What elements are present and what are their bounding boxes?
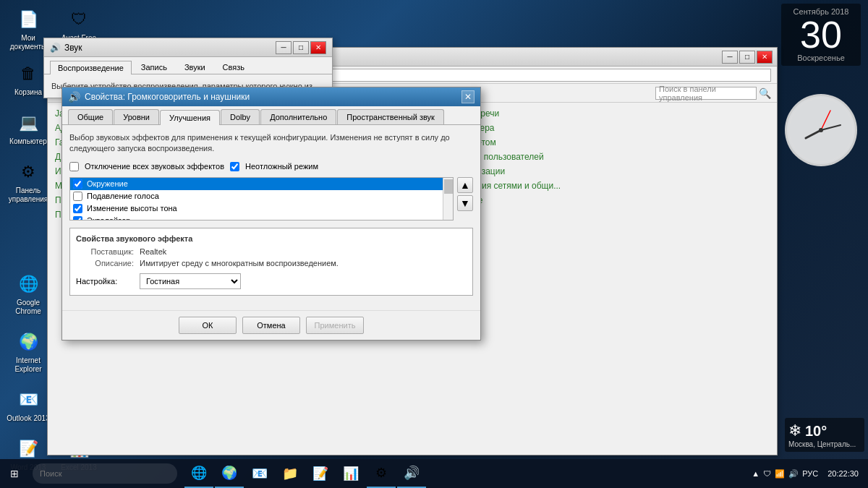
effect-check-0[interactable]: [73, 179, 82, 189]
description-value: Имитирует среду с многократным воспроизв…: [140, 259, 339, 267]
props-tab-levels[interactable]: Уровни: [114, 109, 159, 124]
effects-scroll-down-btn[interactable]: ▼: [457, 195, 473, 211]
ok-button[interactable]: ОК: [179, 317, 237, 334]
sound-close-btn[interactable]: ✕: [310, 41, 326, 54]
desktop-icon-control[interactable]: ⚙ Панель управления: [4, 156, 53, 207]
effect-item-3[interactable]: Эквалайзер: [70, 215, 443, 221]
tray-network-icon: 📶: [775, 469, 785, 479]
props-title-text: Свойства: Громкоговоритель и наушники: [85, 92, 250, 102]
taskbar-tray: ▲ 🛡 📶 🔊 РУС 20:22:30: [752, 469, 868, 479]
cp-search-icon[interactable]: 🔍: [759, 87, 771, 99]
chrome-label: Google Chrome: [7, 299, 50, 316]
my-docs-icon: 📄: [15, 7, 41, 33]
props-tab-dolby[interactable]: Dolby: [221, 109, 260, 124]
calendar-widget: Сентябрь 2018 30 Воскресенье: [781, 4, 861, 66]
apply-button[interactable]: Применить: [306, 317, 364, 334]
taskbar-app-excel[interactable]: 📊: [336, 459, 365, 488]
sound-dialog-title: Звук: [64, 43, 82, 53]
sound-tab-playback[interactable]: Воспроизведение: [50, 61, 132, 74]
effect-check-3[interactable]: [73, 216, 82, 221]
effect-label-0: Окружение: [87, 179, 128, 188]
props-tab-enhancements[interactable]: Улучшения: [160, 110, 220, 125]
sound-dialog-titlebar: 🔊 Звук ─ □ ✕: [44, 38, 332, 57]
effect-item-0[interactable]: Окружение: [70, 178, 443, 190]
taskbar-explorer-icon: 📁: [282, 466, 298, 481]
sound-minimize-btn[interactable]: ─: [276, 41, 292, 54]
taskbar-app-word[interactable]: 📝: [306, 459, 335, 488]
effects-list[interactable]: Окружение Подавление голоса Изменение вы…: [69, 177, 454, 221]
cp-close-btn[interactable]: ✕: [757, 51, 773, 64]
sound-tab-record[interactable]: Запись: [133, 60, 175, 74]
calendar-weekday: Воскресенье: [785, 53, 857, 62]
taskbar-app-explorer[interactable]: 📁: [276, 459, 305, 488]
provider-value: Realtek: [140, 247, 166, 256]
tray-arrow-icon[interactable]: ▲: [752, 469, 760, 478]
effect-check-1[interactable]: [73, 192, 82, 201]
ie-icon: 🌍: [15, 329, 41, 355]
taskbar-excel-icon: 📊: [343, 466, 359, 481]
desktop-icon-ie[interactable]: 🌍 Internet Explorer: [4, 326, 53, 377]
props-tab-spatial[interactable]: Пространственный звук: [337, 109, 444, 124]
description-label: Описание:: [76, 259, 134, 267]
taskbar-ie-icon: 🌍: [221, 465, 237, 481]
description-row: Описание: Имитирует среду с многократным…: [76, 259, 467, 267]
cp-window-controls: ─ □ ✕: [722, 51, 773, 64]
cp-search-field[interactable]: Поиск в панели управления: [655, 87, 757, 100]
effects-area: Окружение Подавление голоса Изменение вы…: [69, 177, 473, 228]
cancel-button[interactable]: Отмена: [242, 317, 300, 334]
taskbar-app-chrome[interactable]: 🌐: [184, 459, 213, 488]
non-delay-label: Неотложный режим: [245, 162, 318, 171]
effects-scroll-up-btn[interactable]: ▲: [457, 177, 473, 193]
effect-item-2[interactable]: Изменение высоты тона: [70, 202, 443, 215]
taskbar-app-outlook[interactable]: 📧: [245, 459, 274, 488]
effects-scrollbar[interactable]: [443, 178, 453, 220]
computer-label: Компьютер: [9, 137, 47, 146]
props-titlebar: 🔊 Свойства: Громкоговоритель и наушники …: [62, 87, 480, 106]
sound-maximize-btn[interactable]: □: [293, 41, 309, 54]
taskbar: ⊞ 🌐 🌍 📧 📁 📝 📊 ⚙: [0, 459, 868, 488]
taskbar-sound-icon: 🔊: [404, 465, 420, 481]
setting-select[interactable]: Гостиная Ванная комната Концертный зал: [140, 273, 241, 289]
taskbar-app-sound[interactable]: 🔊: [397, 459, 426, 488]
clock-widget: [781, 94, 861, 174]
props-tab-general[interactable]: Общие: [68, 109, 113, 124]
start-button[interactable]: ⊞: [0, 459, 29, 488]
svg-line-2: [821, 125, 841, 130]
sound-dialog-controls: ─ □ ✕: [276, 41, 326, 54]
taskbar-app-ie[interactable]: 🌍: [215, 459, 244, 488]
tray-volume-icon[interactable]: 🔊: [788, 469, 799, 479]
top-checkboxes-row: Отключение всех звуковых эффектов Неотло…: [69, 162, 473, 171]
props-speaker-icon: 🔊: [68, 91, 80, 103]
effect-check-2[interactable]: [73, 204, 82, 213]
desktop-icon-computer[interactable]: 💻 Компьютер: [4, 107, 53, 149]
clock-time: 20:22:30: [827, 469, 859, 478]
sound-tab-link[interactable]: Связь: [215, 60, 252, 74]
effect-label-3: Эквалайзер: [87, 216, 130, 221]
sound-tab-sounds[interactable]: Звуки: [176, 60, 213, 74]
non-delay-checkbox[interactable]: [230, 162, 239, 171]
control-icon: ⚙: [15, 159, 41, 185]
svg-line-1: [806, 130, 821, 138]
control-label: Панель управления: [7, 187, 50, 204]
disable-all-effects-checkbox[interactable]: [69, 162, 79, 171]
provider-label: Поставщик:: [76, 247, 134, 256]
props-tab-advanced[interactable]: Дополнительно: [260, 109, 336, 124]
taskbar-app-control[interactable]: ⚙: [367, 459, 396, 488]
desktop-icon-chrome[interactable]: 🌐 Google Chrome: [4, 268, 53, 319]
svg-point-4: [819, 128, 823, 132]
svg-line-3: [821, 111, 830, 130]
props-close-btn[interactable]: ✕: [461, 90, 475, 103]
calendar-day: 30: [785, 16, 857, 53]
setting-label: Настройка:: [76, 277, 134, 286]
clock-face: [785, 94, 857, 166]
desktop-icon-outlook[interactable]: 📧 Outlook 2013: [4, 384, 53, 426]
cp-maximize-btn[interactable]: □: [739, 51, 755, 64]
tray-antivirus-icon: 🛡: [763, 469, 771, 478]
taskbar-search-input[interactable]: [33, 463, 177, 484]
taskbar-word-icon: 📝: [312, 466, 328, 481]
taskbar-apps: 🌐 🌍 📧 📁 📝 📊 ⚙ 🔊: [184, 459, 426, 488]
cp-minimize-btn[interactable]: ─: [722, 51, 738, 64]
effect-item-1[interactable]: Подавление голоса: [70, 190, 443, 202]
props-content: Выбор звуковых эффектов для применения к…: [62, 125, 480, 310]
tray-lang[interactable]: РУС: [802, 469, 818, 478]
